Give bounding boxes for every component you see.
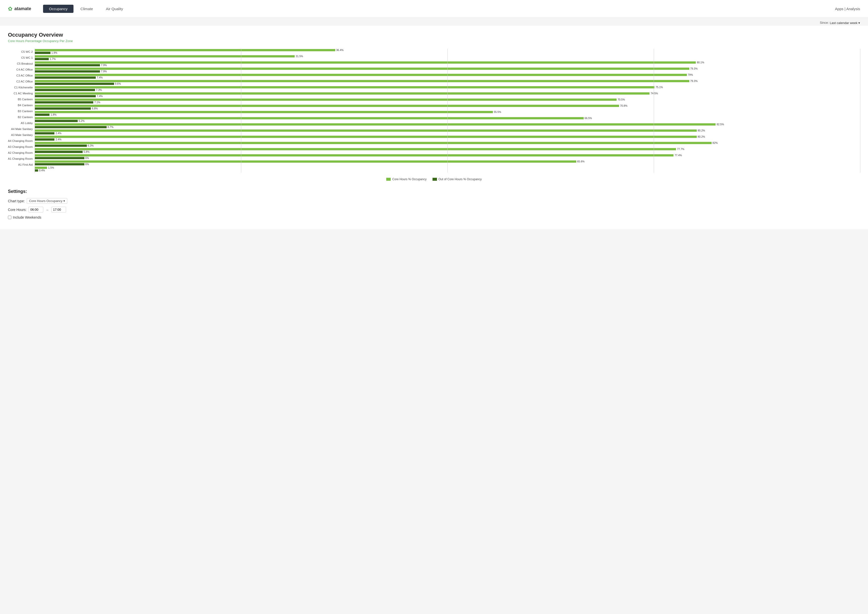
zone-label: B2 Canteen	[8, 114, 35, 120]
core-bar-value: 1.5%	[48, 166, 54, 169]
nav-climate[interactable]: Climate	[74, 5, 99, 13]
out-bar	[35, 145, 87, 147]
legend-core-label: Core Hours % Occupancy	[392, 177, 426, 181]
bar-group: 74.5%7.4%	[35, 92, 860, 98]
grid-line	[860, 49, 860, 173]
zone-label: A5 Lobby	[8, 120, 35, 126]
include-weekends-row: Include Weekends	[8, 215, 860, 219]
since-bar: Since: Last calendar week ▾	[0, 18, 868, 26]
core-hours-end[interactable]	[51, 207, 66, 213]
zone-label: A3 Changing Room	[8, 144, 35, 150]
core-bar	[35, 61, 696, 64]
legend-out: Out of Core Hours % Occupancy	[432, 177, 482, 181]
core-hours-separator: –	[46, 208, 48, 212]
core-bar-value: 79.3%	[690, 67, 698, 70]
navigation: ✿ atamate Occupancy Climate Air Quality …	[0, 0, 868, 18]
zone-label: A2 Changing Room	[8, 150, 35, 156]
bar-group: 80.1%7.9%	[35, 61, 860, 67]
bar-group: 82%6.3%	[35, 141, 860, 147]
legend-swatch-core	[386, 178, 391, 181]
bar-group: 70.5%7.1%	[35, 98, 860, 104]
apps-analysis-link[interactable]: Apps | Analysis	[835, 7, 860, 11]
core-bar	[35, 68, 689, 70]
zone-label: B5 Canteen	[8, 96, 35, 102]
logo-icon: ✿	[8, 6, 12, 12]
core-bar-value: 80.2%	[698, 135, 705, 138]
core-bar	[35, 117, 583, 119]
since-dropdown[interactable]: Last calendar week ▾	[830, 21, 860, 25]
bar-group: 80.2%2.4%	[35, 129, 860, 135]
bar-group: 79.3%9.6%	[35, 80, 860, 85]
out-bar	[35, 151, 82, 153]
bars-rows: 36.4%1.9%31.5%1.7%80.1%7.9%79.3%7.9%79%7…	[35, 49, 860, 172]
core-bar-value: 77.4%	[674, 154, 682, 157]
core-bar-value: 75.1%	[656, 85, 663, 89]
out-bar-value: 5.2%	[79, 119, 85, 122]
include-weekends-checkbox[interactable]	[8, 216, 11, 219]
core-bar	[35, 49, 335, 51]
legend: Core Hours % Occupancy Out of Core Hours…	[8, 177, 860, 181]
zone-label: B3 Canteen	[8, 108, 35, 114]
out-bar-value: 9.6%	[115, 82, 121, 85]
core-bar-value: 77.7%	[677, 148, 684, 151]
out-bar	[35, 132, 54, 134]
out-bar-value: 7.3%	[96, 89, 102, 91]
bar-group: 36.4%1.9%	[35, 49, 860, 54]
out-bar	[35, 64, 100, 66]
core-hours-start[interactable]	[28, 207, 43, 213]
out-bar-value: 1.8%	[51, 113, 56, 116]
core-bar	[35, 105, 619, 107]
core-bar	[35, 92, 649, 95]
core-bar-value: 74.5%	[651, 92, 658, 95]
out-bar-value: 7.9%	[101, 64, 107, 67]
out-bar-value: 8.7%	[108, 126, 113, 129]
chart-type-dropdown[interactable]: Core Hours Occupancy ▾	[27, 198, 67, 204]
nav-links: Occupancy Climate Air Quality	[43, 5, 835, 13]
core-bar	[35, 154, 674, 157]
out-bar-value: 2.4%	[56, 132, 61, 135]
out-bar	[35, 169, 38, 172]
core-hours-row: Core Hours: –	[8, 207, 860, 213]
out-bar	[35, 83, 114, 85]
out-bar	[35, 107, 91, 110]
out-bar-value: 6%	[85, 163, 89, 166]
page-title: Occupancy Overview	[8, 32, 860, 38]
out-bar-value: 7.9%	[101, 70, 107, 73]
core-bar-value: 70.8%	[620, 104, 628, 107]
zone-label: A4 Male Sanitary	[8, 126, 35, 132]
out-bar-value: 6%	[85, 157, 89, 159]
settings-section: Settings: Chart type: Core Hours Occupan…	[8, 189, 860, 219]
include-weekends-label: Include Weekends	[13, 215, 41, 219]
zones-labels: C5 WC 2C5 WC 1C5 BreakoutC4 AC OfficeC3 …	[8, 49, 35, 168]
out-bar-value: 0.4%	[39, 169, 45, 172]
core-bar	[35, 166, 47, 169]
since-label: Since:	[820, 21, 829, 25]
logo: ✿ atamate	[8, 6, 31, 12]
core-bar-value: 82.5%	[716, 123, 724, 126]
zone-label: C5 WC 2	[8, 49, 35, 55]
core-bar	[35, 160, 576, 163]
out-bar	[35, 138, 54, 141]
core-bar	[35, 123, 716, 126]
out-bar	[35, 163, 84, 165]
bar-group: 70.8%6.8%	[35, 104, 860, 110]
out-bar	[35, 101, 93, 104]
core-bar-value: 79%	[688, 73, 693, 76]
core-bar	[35, 136, 696, 138]
core-bar-value: 82%	[713, 141, 718, 145]
bar-group: 1.5%0.4%	[35, 166, 860, 172]
nav-air-quality[interactable]: Air Quality	[100, 5, 129, 13]
core-bar	[35, 80, 689, 82]
bar-group: 65.6%6%	[35, 160, 860, 166]
core-bar-value: 80.2%	[698, 129, 705, 132]
zone-label: C1 AC Meeting	[8, 90, 35, 96]
out-bar	[35, 95, 96, 97]
settings-title: Settings:	[8, 189, 860, 194]
core-bar	[35, 74, 687, 76]
bar-group: 77.4%6%	[35, 154, 860, 159]
main-content: Occupancy Overview Core Hours Percentage…	[0, 26, 868, 229]
core-bar-value: 31.5%	[296, 55, 303, 58]
zone-label: C5 Breakout	[8, 61, 35, 67]
nav-occupancy[interactable]: Occupancy	[43, 5, 73, 13]
out-bar	[35, 52, 50, 54]
